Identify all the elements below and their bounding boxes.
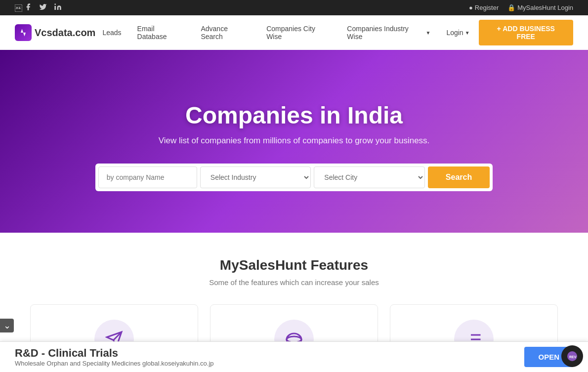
nav-companies-industry[interactable]: Companies Industry Wise ▼: [340, 21, 437, 44]
facebook-link[interactable]: : [15, 3, 32, 12]
login-link[interactable]: 🔒 MySalesHunt Login: [507, 4, 573, 11]
register-link[interactable]: ● Register: [469, 4, 499, 11]
ad-close-handle[interactable]: ⌄: [0, 319, 14, 332]
city-select[interactable]: Select CityMumbaiDelhiBangaloreChennaiHy…: [314, 166, 425, 188]
chevron-down-icon-login: ▼: [465, 30, 470, 36]
nav-leads[interactable]: Leads: [95, 25, 128, 41]
nav-links: Leads Email Database Advance Search Comp…: [95, 20, 573, 45]
facebook-icon: : [15, 4, 22, 12]
hero-title: Companies in India: [95, 102, 493, 129]
social-links: : [15, 3, 62, 12]
brand-logo[interactable]: Vcsdata.com: [15, 24, 95, 41]
linkedin-link[interactable]: [54, 3, 62, 12]
hero-section: Companies in India View list of companie…: [0, 50, 588, 233]
add-business-button[interactable]: + ADD BUSINESS FREE: [479, 20, 573, 45]
top-bar-right: ● Register 🔒 MySalesHunt Login: [469, 4, 573, 11]
twitter-link[interactable]: [39, 3, 47, 12]
nav-email-database[interactable]: Email Database: [130, 21, 192, 44]
top-bar:  ● Register 🔒 MySalesHunt Login: [0, 0, 588, 15]
industry-select[interactable]: Select IndustryIT & SoftwareManufacturin…: [200, 166, 311, 188]
ad-subtitle: Wholesale Orphan and Speciality Medicine…: [15, 360, 214, 367]
revain-badge: REV: [561, 345, 583, 367]
chevron-down-icon: ▼: [425, 30, 430, 36]
ad-title: R&D - Clinical Trials: [15, 347, 214, 360]
nav-login[interactable]: Login ▼: [439, 25, 476, 41]
search-button[interactable]: Search: [428, 166, 490, 188]
hero-content: Companies in India View list of companie…: [85, 82, 503, 201]
hero-subtitle: View list of companies from millions of …: [95, 136, 493, 146]
nav-advance-search[interactable]: Advance Search: [194, 21, 257, 44]
ad-content: R&D - Clinical Trials Wholesale Orphan a…: [15, 347, 214, 367]
login-icon: 🔒: [507, 4, 515, 11]
user-icon: ●: [469, 4, 473, 11]
company-name-input[interactable]: [98, 166, 197, 188]
features-subtitle: Some of the features which can increase …: [20, 278, 568, 287]
brand-name: Vcsdata.com: [35, 27, 95, 39]
navbar: Vcsdata.com Leads Email Database Advance…: [0, 15, 588, 50]
logo-icon: [15, 24, 32, 41]
search-bar: Select IndustryIT & SoftwareManufacturin…: [95, 164, 493, 191]
svg-text:REV: REV: [569, 355, 577, 359]
nav-companies-city[interactable]: Companies City Wise: [259, 21, 338, 44]
features-title: MySalesHunt Features: [20, 257, 568, 273]
svg-point-0: [55, 3, 56, 5]
ad-banner: R&D - Clinical Trials Wholesale Orphan a…: [0, 341, 588, 372]
